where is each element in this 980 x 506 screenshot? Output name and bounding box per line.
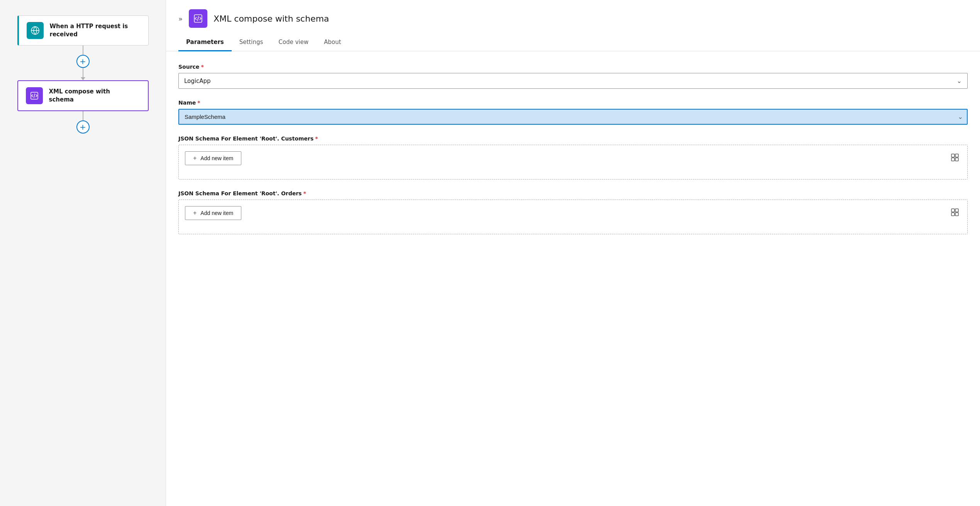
connector-2: + [76, 111, 90, 134]
customers-schema-tool-icon[interactable] [949, 151, 961, 164]
customers-required: * [315, 135, 318, 142]
orders-required: * [303, 190, 306, 196]
add-customers-item-button[interactable]: + Add new item [185, 151, 241, 165]
breadcrumb-icon: » [178, 15, 183, 23]
add-customers-plus-icon: + [193, 155, 197, 162]
source-chevron-icon: ⌄ [957, 77, 962, 85]
svg-rect-7 [951, 209, 955, 212]
name-input[interactable] [178, 109, 968, 125]
tab-settings[interactable]: Settings [232, 34, 271, 51]
name-field-group: Name * ⌄ [178, 100, 968, 125]
panel-action-icon [189, 9, 207, 28]
add-step-button-1[interactable]: + [76, 55, 90, 68]
svg-rect-4 [955, 154, 958, 157]
connector-1: + [76, 46, 90, 80]
action-node-label: XML compose withschema [49, 88, 110, 104]
xml-action-icon [26, 87, 43, 104]
add-orders-label: Add new item [200, 210, 233, 216]
name-label: Name * [178, 100, 968, 106]
json-schema-customers-label: JSON Schema For Element 'Root'. Customer… [178, 135, 968, 142]
panel-title: XML compose with schema [214, 14, 329, 24]
tab-code-view[interactable]: Code view [271, 34, 316, 51]
source-label: Source * [178, 64, 968, 70]
panel-header: » XML compose with schema [166, 0, 980, 34]
json-schema-orders-label: JSON Schema For Element 'Root'. Orders * [178, 190, 968, 196]
panel-content: Source * LogicApp ⌄ Name * ⌄ JSON Schema… [166, 51, 980, 247]
svg-rect-9 [951, 213, 955, 216]
svg-rect-10 [955, 213, 958, 216]
add-orders-plus-icon: + [193, 210, 197, 217]
tab-about[interactable]: About [316, 34, 349, 51]
properties-panel: » XML compose with schema Parameters Set… [166, 0, 980, 506]
source-select[interactable]: LogicApp ⌄ [178, 73, 968, 89]
http-trigger-icon [27, 22, 44, 39]
json-schema-customers-container: + Add new item [178, 145, 968, 179]
connector-arrow-1 [81, 77, 85, 80]
name-field-wrapper: ⌄ [178, 109, 968, 125]
json-schema-orders-container: + Add new item [178, 200, 968, 234]
svg-rect-6 [955, 158, 958, 161]
add-step-button-2[interactable]: + [76, 120, 90, 134]
action-node[interactable]: XML compose withschema [17, 80, 149, 111]
connector-line-2 [83, 68, 83, 77]
connector-line-3 [83, 111, 83, 120]
add-customers-label: Add new item [200, 155, 233, 161]
orders-schema-tool-icon[interactable] [949, 206, 961, 218]
tab-parameters[interactable]: Parameters [178, 34, 232, 51]
svg-rect-3 [951, 154, 955, 157]
trigger-node[interactable]: When a HTTP request is received [17, 15, 149, 46]
json-schema-orders-section: JSON Schema For Element 'Root'. Orders *… [178, 190, 968, 234]
json-schema-customers-section: JSON Schema For Element 'Root'. Customer… [178, 135, 968, 179]
flow-canvas: When a HTTP request is received + XML co… [0, 0, 166, 506]
svg-rect-8 [955, 209, 958, 212]
source-value: LogicApp [184, 78, 957, 85]
name-required: * [197, 100, 200, 106]
add-orders-item-button[interactable]: + Add new item [185, 206, 241, 220]
source-required: * [201, 64, 203, 70]
trigger-node-label: When a HTTP request is received [50, 22, 141, 39]
svg-rect-5 [951, 158, 955, 161]
tabs-bar: Parameters Settings Code view About [166, 34, 980, 51]
connector-line-1 [83, 46, 83, 55]
source-field-group: Source * LogicApp ⌄ [178, 64, 968, 89]
